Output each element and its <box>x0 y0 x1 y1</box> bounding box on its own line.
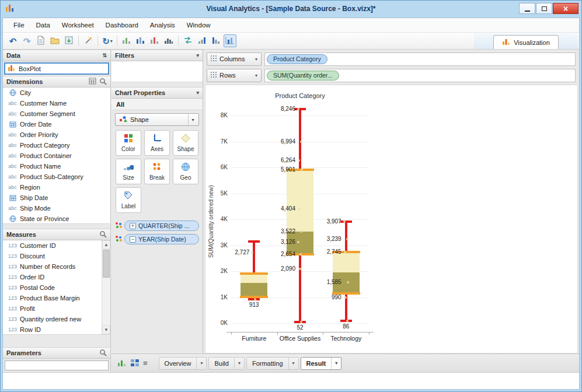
minimize-button[interactable] <box>519 3 535 14</box>
data-point[interactable] <box>346 320 348 322</box>
shape-dropdown[interactable]: Shape ▾ <box>115 113 199 126</box>
tab-formatting[interactable]: Formatting▾ <box>246 357 299 370</box>
field-postal-code[interactable]: 123Postal Code <box>3 282 110 293</box>
open-button[interactable] <box>48 34 61 47</box>
close-button[interactable]: × <box>553 3 578 14</box>
menu-file[interactable]: File <box>8 19 30 31</box>
menu-dashboard[interactable]: Dashboard <box>100 19 144 31</box>
data-point[interactable] <box>346 238 348 240</box>
search-icon[interactable] <box>99 78 107 86</box>
collapse-expand-icon[interactable]: ⇅ <box>102 52 107 58</box>
menu-window[interactable]: Window <box>181 19 217 31</box>
data-point[interactable] <box>344 251 346 253</box>
measures-header[interactable]: Measures <box>3 229 110 240</box>
tab-result[interactable]: Result▾ <box>301 357 342 370</box>
save-button[interactable] <box>62 34 75 47</box>
field-city[interactable]: City <box>3 88 110 98</box>
sort-ascending-button[interactable] <box>196 34 208 47</box>
field-pill[interactable]: −YEAR(Ship Date) <box>124 234 199 244</box>
expander-icon[interactable]: − <box>130 236 136 243</box>
field-quantity-ordered-new[interactable]: 123Quantity ordered new <box>3 314 110 324</box>
chart-properties-header[interactable]: Chart Properties ▾ <box>111 87 203 99</box>
shape-property-button[interactable]: Shape <box>173 130 198 156</box>
data-point[interactable] <box>297 241 299 243</box>
tab-build[interactable]: Build▾ <box>208 357 244 370</box>
box-upper-office-supplies[interactable] <box>287 170 313 232</box>
bar-chart-toggle-button[interactable] <box>224 34 236 47</box>
parameters-header[interactable]: Parameters <box>3 347 110 359</box>
list-view-icon[interactable]: ≡ <box>143 359 148 368</box>
data-point[interactable] <box>300 141 302 143</box>
columns-pill[interactable]: Product Category <box>267 54 327 64</box>
visualization-tab[interactable]: Visualization <box>493 35 559 49</box>
rows-pill[interactable]: SUM(Quantity order... <box>267 71 339 80</box>
field-product-container[interactable]: abcProduct Container <box>3 150 110 161</box>
columns-shelf-button[interactable]: Columns ▾ <box>207 52 262 66</box>
field-product-base-margin[interactable]: 123Product Base Margin <box>3 293 110 303</box>
undo-button[interactable]: ↶ <box>6 34 19 47</box>
rows-field[interactable]: SUM(Quantity order... <box>264 69 576 82</box>
axes-property-button[interactable]: Axes <box>144 130 170 156</box>
dimensions-header[interactable]: Dimensions <box>3 76 110 88</box>
expander-icon[interactable]: + <box>130 223 136 229</box>
field-ship-date[interactable]: Ship Date <box>3 192 110 203</box>
color-property-button[interactable]: Color <box>116 130 141 156</box>
menu-analysis[interactable]: Analysis <box>144 19 181 31</box>
box-upper-technology[interactable] <box>333 252 360 272</box>
columns-field[interactable]: Product Category <box>264 52 576 66</box>
geo-property-button[interactable]: Geo <box>173 159 198 184</box>
search-icon[interactable] <box>99 230 107 239</box>
filters-dropzone[interactable] <box>111 61 203 82</box>
field-product-category[interactable]: abcProduct Category <box>3 140 110 150</box>
break-property-button[interactable]: Break <box>144 159 170 184</box>
data-point[interactable] <box>347 281 349 284</box>
field-order-id[interactable]: 123Order ID <box>3 272 110 282</box>
data-panel-header[interactable]: Data ⇅ <box>3 50 110 61</box>
field-customer-segment[interactable]: abcCustomer Segment <box>3 108 110 119</box>
add-chart-blue-button[interactable] <box>134 34 147 47</box>
label-property-button[interactable]: Label <box>116 187 141 213</box>
field-row-id[interactable]: 123Row ID <box>3 324 110 335</box>
add-chart-green-button[interactable] <box>120 34 133 47</box>
sort-descending-button[interactable] <box>210 34 222 47</box>
table-icon[interactable] <box>89 78 96 86</box>
field-number-of-records[interactable]: 123Number of Records <box>3 261 110 272</box>
maximize-button[interactable] <box>536 3 552 14</box>
scroll-down-icon[interactable]: ▼ <box>102 326 110 334</box>
parameters-box[interactable] <box>5 360 109 370</box>
scroll-up-icon[interactable]: ▲ <box>102 240 110 249</box>
swap-axes-button[interactable] <box>182 34 194 47</box>
field-ship-mode[interactable]: abcShip Mode <box>3 203 110 214</box>
data-point[interactable] <box>343 220 346 223</box>
field-profit[interactable]: 123Profit <box>3 303 110 314</box>
refresh-button[interactable]: ↻▾ <box>101 34 114 47</box>
new-sheet-button[interactable] <box>34 34 47 47</box>
add-visualization-icon[interactable] <box>117 359 127 368</box>
menu-data[interactable]: Data <box>30 19 56 31</box>
field-region[interactable]: abcRegion <box>3 182 110 192</box>
menu-worksheet[interactable]: Worksheet <box>56 19 100 31</box>
search-icon[interactable] <box>99 349 107 358</box>
field-order-date[interactable]: Order Date <box>3 119 110 130</box>
data-point[interactable] <box>300 321 302 323</box>
histogram-button[interactable] <box>162 34 175 47</box>
data-point[interactable] <box>344 296 347 299</box>
filters-header[interactable]: Filters ▾ <box>111 50 203 61</box>
data-point[interactable] <box>299 253 302 256</box>
data-point[interactable] <box>251 251 253 254</box>
box-lower-furniture[interactable] <box>241 283 267 297</box>
add-chart-red-button[interactable] <box>148 34 161 47</box>
box-upper-furniture[interactable] <box>241 274 267 283</box>
redo-button[interactable]: ↷ <box>20 34 33 47</box>
field-order-priority[interactable]: abcOrder Priority <box>3 130 110 140</box>
measures-scrollbar[interactable]: ▲ ▼ <box>102 240 110 334</box>
data-source-item[interactable]: BoxPlot <box>4 62 109 75</box>
data-point[interactable] <box>298 208 301 210</box>
field-customer-name[interactable]: abcCustomer Name <box>3 98 110 108</box>
rows-shelf-button[interactable]: Rows ▾ <box>207 69 262 82</box>
field-state-or-province[interactable]: State or Province <box>3 214 110 224</box>
field-product-sub-category[interactable]: abcProduct Sub-Category <box>3 172 110 182</box>
add-dashboard-icon[interactable] <box>130 359 140 368</box>
field-product-name[interactable]: abcProduct Name <box>3 161 110 172</box>
scrollbar-thumb[interactable] <box>103 250 110 278</box>
